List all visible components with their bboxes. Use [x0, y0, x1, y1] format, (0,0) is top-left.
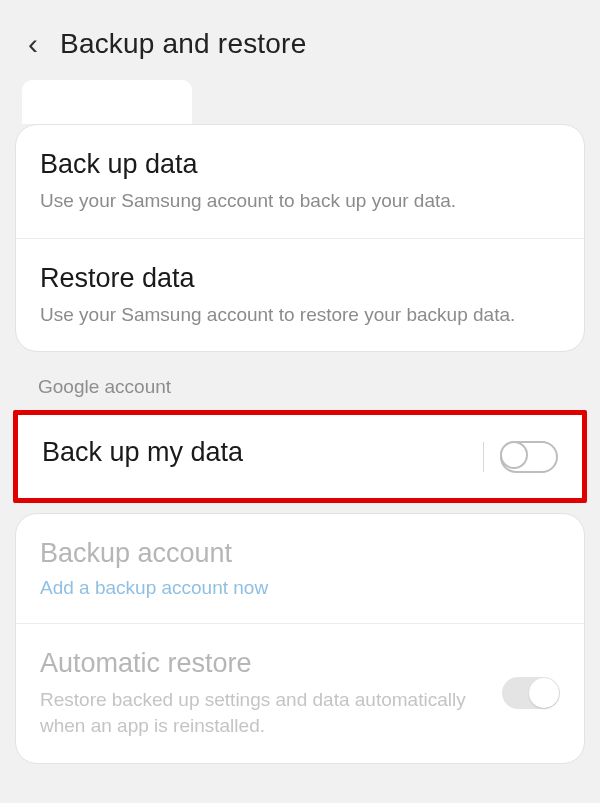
back-up-my-data-toggle-wrap: [483, 441, 558, 473]
restore-data-sub: Use your Samsung account to restore your…: [40, 302, 560, 328]
highlight-box: Back up my data: [13, 410, 587, 503]
back-up-data-row[interactable]: Back up data Use your Samsung account to…: [16, 125, 584, 238]
automatic-restore-label: Automatic restore: [40, 648, 560, 679]
restore-data-label: Restore data: [40, 263, 560, 294]
automatic-restore-row[interactable]: Automatic restore Restore backed up sett…: [16, 623, 584, 762]
header: ‹ Backup and restore: [0, 0, 600, 80]
backup-account-label: Backup account: [40, 538, 560, 569]
google-options-card: Backup account Add a backup account now …: [15, 513, 585, 763]
back-up-my-data-label: Back up my data: [42, 437, 558, 468]
tab-stub: [22, 80, 192, 124]
google-section-header: Google account: [38, 376, 600, 398]
automatic-restore-toggle-wrap: [502, 677, 560, 709]
back-icon[interactable]: ‹: [28, 29, 38, 59]
back-up-data-label: Back up data: [40, 149, 560, 180]
toggle-knob: [529, 678, 559, 708]
backup-account-row[interactable]: Backup account Add a backup account now: [16, 514, 584, 623]
backup-account-link[interactable]: Add a backup account now: [40, 577, 560, 599]
divider: [483, 442, 484, 472]
toggle-knob: [500, 441, 528, 469]
back-up-data-sub: Use your Samsung account to back up your…: [40, 188, 560, 214]
back-up-my-data-card: Back up my data: [18, 415, 582, 498]
automatic-restore-sub: Restore backed up settings and data auto…: [40, 687, 560, 738]
samsung-account-card: Back up data Use your Samsung account to…: [15, 124, 585, 352]
page-title: Backup and restore: [60, 28, 306, 60]
automatic-restore-toggle[interactable]: [502, 677, 560, 709]
back-up-my-data-toggle[interactable]: [500, 441, 558, 473]
back-up-my-data-row[interactable]: Back up my data: [18, 415, 582, 498]
restore-data-row[interactable]: Restore data Use your Samsung account to…: [16, 238, 584, 352]
